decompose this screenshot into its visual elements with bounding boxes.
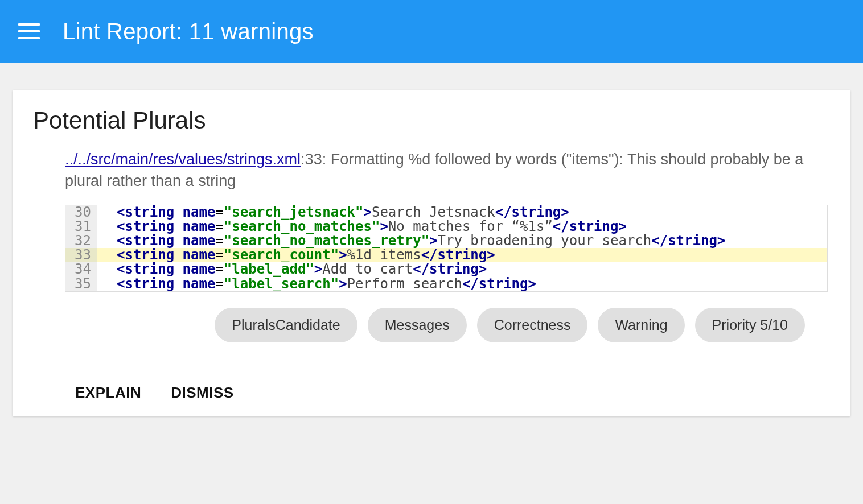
tag-chip[interactable]: PluralsCandidate [215,308,357,342]
page-title: Lint Report: 11 warnings [63,19,314,44]
issue-title: Potential Plurals [33,107,830,134]
hamburger-menu-icon[interactable] [18,23,40,39]
code-content: <string name="search_count">%1d items</s… [97,248,827,262]
tag-chip[interactable]: Correctness [477,308,588,342]
code-content: <string name="search_no_matches_retry">T… [97,234,827,248]
dismiss-button[interactable]: DISMISS [171,384,233,402]
line-number: 32 [65,234,97,248]
line-number: 31 [65,220,97,234]
card-actions: EXPLAIN DISMISS [13,369,850,416]
card-body: Potential Plurals ../../src/main/res/val… [13,90,850,369]
line-number: 30 [65,205,97,220]
code-content: <string name="label_add">Add to cart</st… [97,262,827,276]
code-line: 33<string name="search_count">%1d items<… [65,248,827,262]
file-link[interactable]: ../../src/main/res/values/strings.xml [65,151,301,168]
line-number: 34 [65,262,97,276]
tag-chip[interactable]: Priority 5/10 [695,308,805,342]
code-content: <string name="search_jetsnack">Search Je… [97,205,827,220]
code-line: 32<string name="search_no_matches_retry"… [65,234,827,248]
tag-chip[interactable]: Warning [598,308,684,342]
tag-chip[interactable]: Messages [368,308,467,342]
code-line: 30<string name="search_jetsnack">Search … [65,205,827,220]
code-snippet: 30<string name="search_jetsnack">Search … [65,205,828,292]
code-content: <string name="search_no_matches">No matc… [97,220,827,234]
line-number: 35 [65,277,97,291]
issue-summary: ../../src/main/res/values/strings.xml:33… [33,149,830,192]
line-reference: :33: [301,151,331,168]
tag-chip-row: PluralsCandidateMessagesCorrectnessWarni… [33,292,830,348]
app-bar: Lint Report: 11 warnings [0,0,863,63]
lint-issue-card: Potential Plurals ../../src/main/res/val… [13,90,850,416]
line-number: 33 [65,248,97,262]
page-body: Potential Plurals ../../src/main/res/val… [0,63,863,439]
code-content: <string name="label_search">Perform sear… [97,277,827,291]
code-line: 35<string name="label_search">Perform se… [65,277,827,291]
code-line: 34<string name="label_add">Add to cart</… [65,262,827,276]
code-line: 31<string name="search_no_matches">No ma… [65,220,827,234]
explain-button[interactable]: EXPLAIN [75,384,141,402]
